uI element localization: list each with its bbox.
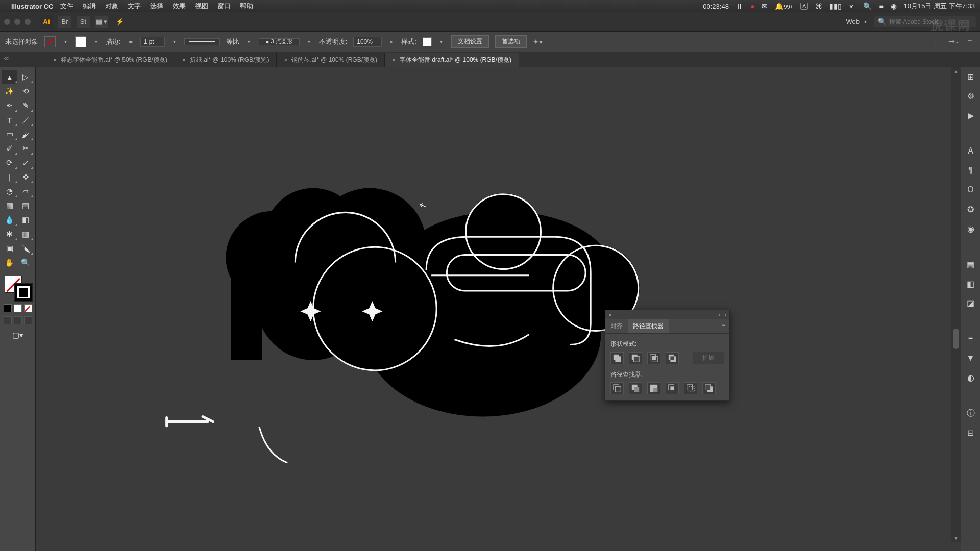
adobe-stock-search[interactable]: 🔍 bbox=[874, 16, 976, 27]
paragraph-icon[interactable]: ¶ bbox=[965, 164, 977, 177]
expand-button[interactable]: 扩展 bbox=[693, 352, 724, 364]
siri-icon[interactable]: ◉ bbox=[891, 2, 897, 10]
character-icon[interactable]: A bbox=[965, 145, 977, 157]
menu-object[interactable]: 对象 bbox=[105, 2, 118, 11]
record-icon[interactable]: ● bbox=[750, 2, 754, 10]
stroke-weight-input[interactable] bbox=[140, 37, 165, 47]
menu-select[interactable]: 选择 bbox=[150, 2, 163, 11]
panel-menu-icon[interactable]: ≡ bbox=[965, 37, 975, 47]
opacity-input[interactable] bbox=[353, 37, 382, 47]
document-setup-button[interactable]: 文档设置 bbox=[451, 35, 489, 48]
opacity-pop[interactable]: ▸ bbox=[388, 38, 395, 45]
free-transform-tool[interactable]: ✥ bbox=[18, 170, 34, 184]
blend-tool[interactable]: ◧ bbox=[18, 213, 34, 227]
doc-tab-1[interactable]: ×折纸.ai* @ 100% (RGB/预览) bbox=[175, 53, 277, 67]
panel-menu-icon[interactable]: ≡ bbox=[718, 319, 729, 333]
exclude-button[interactable] bbox=[666, 352, 679, 364]
divide-button[interactable] bbox=[610, 382, 624, 394]
color-icon[interactable]: ⚙ bbox=[965, 90, 977, 102]
menu-window[interactable]: 窗口 bbox=[217, 2, 231, 11]
isolate-icon[interactable]: ✦▾ bbox=[533, 37, 543, 47]
stroke-stepper[interactable]: ◂▸ bbox=[127, 38, 134, 45]
notification-icon[interactable]: 🔔99+ bbox=[775, 2, 793, 10]
fill-dd[interactable]: ▾ bbox=[62, 38, 69, 45]
tab-corner-icon[interactable]: ≪ bbox=[3, 55, 9, 62]
crop-button[interactable] bbox=[666, 382, 679, 394]
magic-wand-tool[interactable]: ✨ bbox=[2, 85, 17, 98]
search-input[interactable] bbox=[889, 18, 972, 26]
close-icon[interactable]: × bbox=[284, 57, 287, 64]
panel-collapse-icon[interactable]: ⟷ bbox=[718, 312, 726, 318]
slice-tool[interactable]: 🔪 bbox=[18, 242, 34, 255]
gradient-mode[interactable] bbox=[14, 304, 22, 312]
menu-file[interactable]: 文件 bbox=[60, 2, 74, 11]
none-mode[interactable] bbox=[24, 304, 32, 312]
curvature-tool[interactable]: ✎ bbox=[18, 99, 34, 112]
width-tool[interactable]: ⟊ bbox=[2, 170, 17, 184]
shaper-tool[interactable]: ✐ bbox=[2, 142, 17, 155]
minus-front-button[interactable] bbox=[629, 352, 642, 364]
stroke-swatch[interactable] bbox=[75, 36, 86, 47]
bridge-icon[interactable]: Br bbox=[58, 16, 71, 28]
outline-button[interactable] bbox=[684, 382, 697, 394]
stock-icon[interactable]: St bbox=[77, 16, 90, 28]
graph-tool[interactable]: ▥ bbox=[18, 228, 34, 241]
info-icon[interactable]: ⓘ bbox=[965, 407, 977, 419]
pathfinder-panel[interactable]: ×⟷ 对齐 路径查找器 ≡ 形状模式: 扩展 路径查找器: bbox=[605, 310, 730, 401]
close-icon[interactable]: × bbox=[53, 57, 57, 64]
symbol-sprayer-tool[interactable]: ✱ bbox=[2, 228, 17, 241]
doc-tab-3[interactable]: ×字体全能番 draft.ai* @ 100% (RGB/预览) bbox=[385, 53, 519, 67]
appearance-icon[interactable]: ◉ bbox=[965, 222, 977, 235]
color-mode[interactable] bbox=[4, 304, 12, 312]
menu-effect[interactable]: 效果 bbox=[173, 2, 186, 11]
battery-icon[interactable]: ▮▮▯ bbox=[829, 2, 842, 10]
selection-tool[interactable]: ▲ bbox=[2, 70, 17, 84]
minus-back-button[interactable] bbox=[702, 382, 716, 394]
trim-button[interactable] bbox=[629, 382, 642, 394]
tab-align[interactable]: 对齐 bbox=[605, 319, 628, 333]
merge-button[interactable] bbox=[647, 382, 660, 394]
pause-icon[interactable]: ⏸ bbox=[736, 2, 743, 10]
stroke-variable-width[interactable] bbox=[184, 38, 220, 45]
shape-builder-tool[interactable]: ◔ bbox=[2, 185, 17, 198]
fill-swatch[interactable] bbox=[44, 36, 56, 47]
properties-icon[interactable]: ⊞ bbox=[965, 70, 977, 83]
app-name[interactable]: Illustrator CC bbox=[11, 3, 53, 10]
direct-selection-tool[interactable]: ▷ bbox=[18, 70, 34, 84]
gradient-tool[interactable]: ▤ bbox=[18, 199, 34, 212]
fill-stroke-control[interactable] bbox=[4, 274, 32, 301]
eraser-tool[interactable]: ✂ bbox=[18, 142, 34, 155]
stroke-dd[interactable]: ▾ bbox=[92, 38, 100, 45]
type-tool[interactable]: T bbox=[2, 113, 17, 127]
stroke-panel-icon[interactable]: ≡ bbox=[965, 333, 977, 345]
unite-button[interactable] bbox=[610, 352, 624, 364]
arrange-docs-icon[interactable]: ▦ ▾ bbox=[95, 16, 108, 28]
document-profile[interactable]: Web ▾ bbox=[846, 18, 869, 26]
transform-icon[interactable]: ⮕▾ bbox=[948, 37, 959, 47]
wechat-icon[interactable]: ✉ bbox=[762, 2, 768, 10]
style-swatch[interactable] bbox=[423, 37, 432, 46]
menu-type[interactable]: 文字 bbox=[128, 2, 141, 11]
swatches-icon[interactable]: ▦ bbox=[965, 258, 977, 270]
mesh-tool[interactable]: ▦ bbox=[2, 199, 17, 212]
ime-icon[interactable]: A bbox=[800, 3, 808, 10]
bluetooth-icon[interactable]: ⌘ bbox=[815, 2, 822, 10]
transparency-icon[interactable]: ◐ bbox=[965, 371, 977, 384]
rotate-tool[interactable]: ⟳ bbox=[2, 156, 17, 169]
control-center-icon[interactable]: ≡ bbox=[879, 2, 883, 10]
glyphs-icon[interactable]: ✪ bbox=[965, 203, 977, 215]
pen-tool[interactable]: ✒ bbox=[2, 99, 17, 112]
align-pixel-icon[interactable]: ▦ bbox=[932, 37, 942, 47]
menu-edit[interactable]: 编辑 bbox=[83, 2, 96, 11]
menu-view[interactable]: 视图 bbox=[195, 2, 208, 11]
clock[interactable]: 10月15日 周五 下午7:33 bbox=[904, 2, 975, 11]
hand-tool[interactable]: ✋ bbox=[2, 256, 17, 269]
tab-pathfinder[interactable]: 路径查找器 bbox=[628, 319, 669, 333]
wifi-icon[interactable]: ᯤ bbox=[849, 2, 856, 10]
gradient-panel-icon[interactable]: ▼ bbox=[965, 352, 977, 364]
lasso-tool[interactable]: ⟲ bbox=[18, 85, 34, 98]
color-guide-icon[interactable]: ◧ bbox=[965, 278, 977, 290]
line-tool[interactable]: ／ bbox=[18, 113, 34, 127]
screen-mode[interactable]: ▢▾ bbox=[10, 329, 26, 342]
spotlight-icon[interactable]: 🔍 bbox=[863, 2, 872, 10]
